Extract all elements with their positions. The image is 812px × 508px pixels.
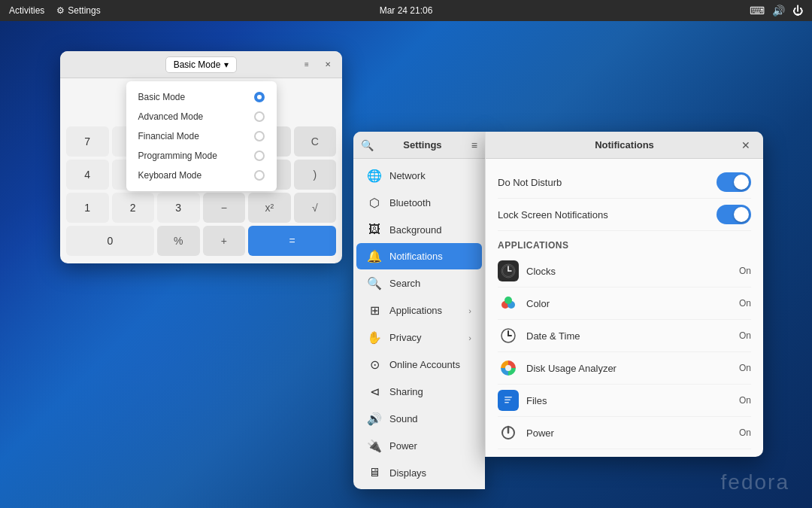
radio-keyboard — [254, 170, 265, 181]
notifications-close-button[interactable]: ✕ — [738, 137, 754, 154]
power-icon[interactable]: ⏻ — [792, 5, 803, 17]
sidebar-item-online-accounts[interactable]: ⊙ Online Accounts — [356, 351, 482, 378]
sidebar-item-search[interactable]: 🔍 Search — [356, 270, 482, 297]
power-label: Power — [526, 427, 739, 439]
online-accounts-icon: ⊙ — [367, 357, 382, 372]
mode-keyboard[interactable]: Keyboard Mode — [126, 166, 277, 185]
power-status: On — [739, 427, 751, 438]
notifications-icon: 🔔 — [367, 249, 382, 263]
background-icon: 🖼 — [367, 223, 382, 236]
search-icon[interactable]: 🔍 — [361, 139, 374, 151]
mode-financial[interactable]: Financial Mode — [126, 126, 277, 146]
color-icon — [498, 293, 519, 314]
lock-screen-notif-row: Lock Screen Notifications — [498, 199, 751, 231]
applications-icon: ⊞ — [367, 303, 382, 318]
calc-window-controls: ≡ ✕ — [298, 56, 336, 73]
files-status: On — [739, 395, 751, 406]
sound-icon: 🔊 — [367, 412, 382, 426]
sidebar-item-privacy[interactable]: ✋ Privacy › — [356, 324, 482, 351]
topbar-datetime: Mar 24 21:06 — [380, 5, 433, 16]
gear-icon: ⚙ — [56, 5, 65, 16]
volume-icon[interactable]: 🔊 — [772, 5, 785, 17]
radio-programming — [254, 151, 265, 161]
notifications-title: Notifications — [511, 139, 738, 151]
keyboard-icon[interactable]: ⌨ — [750, 5, 765, 17]
calc-mode-button[interactable]: Basic Mode ▾ — [165, 56, 238, 73]
network-icon: 🌐 — [367, 169, 382, 183]
btn-0[interactable]: 0 — [66, 226, 154, 256]
disk-status: On — [739, 363, 751, 373]
displays-icon: 🖥 — [367, 466, 382, 479]
sidebar-item-notifications[interactable]: 🔔 Notifications — [356, 243, 482, 269]
btn-percent[interactable]: % — [157, 226, 200, 256]
btn-2[interactable]: 2 — [112, 193, 155, 223]
mode-programming[interactable]: Programming Mode — [126, 146, 277, 166]
calculator-window: Basic Mode ▾ ≡ ✕ Basic Mode Advanced Mod… — [60, 51, 342, 263]
btn-1[interactable]: 1 — [66, 193, 109, 223]
sidebar-item-displays[interactable]: 🖥 Displays — [356, 460, 482, 485]
btn-close-paren[interactable]: ) — [294, 160, 337, 190]
svg-rect-13 — [504, 400, 511, 401]
calc-mode-dropdown: Basic Mode Advanced Mode Financial Mode … — [126, 81, 277, 191]
lock-screen-notif-label: Lock Screen Notifications — [498, 209, 608, 221]
topbar-left: Activities ⚙ Settings — [9, 5, 101, 16]
files-label: Files — [526, 395, 739, 406]
chevron-right-icon2: › — [468, 333, 471, 342]
datetime-label: Date & Time — [526, 330, 739, 342]
list-item[interactable]: Date & Time On — [498, 320, 751, 352]
mode-basic[interactable]: Basic Mode — [126, 87, 277, 107]
list-item[interactable]: Clocks On — [498, 255, 751, 287]
btn-equals[interactable]: = — [248, 226, 336, 256]
mode-advanced[interactable]: Advanced Mode — [126, 107, 277, 126]
power-app-icon — [498, 422, 519, 443]
datetime-status: On — [739, 330, 751, 341]
lock-screen-notif-toggle[interactable] — [717, 205, 751, 224]
calc-menu-button[interactable]: ≡ — [298, 56, 315, 73]
list-item[interactable]: Disk Usage Analyzer On — [498, 352, 751, 385]
bluetooth-icon: ⬡ — [367, 196, 382, 210]
list-item[interactable]: Files On — [498, 385, 751, 417]
calc-close-button[interactable]: ✕ — [320, 56, 336, 73]
settings-title: Settings — [380, 139, 465, 151]
btn-square[interactable]: x² — [248, 193, 291, 223]
btn-3[interactable]: 3 — [157, 193, 200, 223]
applications-section-title: Applications — [498, 240, 751, 251]
sidebar-item-applications[interactable]: ⊞ Applications › — [356, 297, 482, 324]
svg-rect-14 — [504, 402, 509, 403]
disk-icon — [498, 357, 519, 379]
settings-titlebar: 🔍 Settings ≡ — [353, 132, 485, 159]
sidebar-item-network[interactable]: 🌐 Network — [356, 163, 482, 189]
radio-financial — [254, 131, 265, 141]
files-icon — [498, 390, 519, 411]
topbar-right: ⌨ 🔊 ⏻ — [750, 5, 803, 17]
btn-subtract[interactable]: − — [203, 193, 246, 223]
notifications-body: Do Not Disturb Lock Screen Notifications… — [486, 159, 763, 457]
settings-label[interactable]: ⚙ Settings — [56, 5, 100, 16]
btn-clear[interactable]: C — [294, 126, 337, 157]
sidebar-item-background[interactable]: 🖼 Background — [356, 217, 482, 242]
svg-rect-12 — [504, 397, 512, 398]
sidebar-item-sound[interactable]: 🔊 Sound — [356, 406, 482, 432]
clocks-label: Clocks — [526, 266, 739, 277]
notifications-titlebar: Notifications ✕ — [486, 132, 763, 159]
do-not-disturb-row: Do Not Disturb — [498, 166, 751, 199]
activities-button[interactable]: Activities — [9, 5, 44, 16]
notifications-panel: Notifications ✕ Do Not Disturb Lock Scre… — [485, 132, 763, 457]
settings-menu-icon[interactable]: ≡ — [471, 139, 477, 151]
clocks-status: On — [739, 266, 751, 276]
sidebar-item-sharing[interactable]: ⊲ Sharing — [356, 379, 482, 405]
btn-4[interactable]: 4 — [66, 160, 109, 190]
btn-add[interactable]: + — [203, 226, 246, 256]
settings-window: 🔍 Settings ≡ 🌐 Network ⬡ Bluetooth 🖼 Bac… — [353, 132, 485, 489]
list-item[interactable]: Power On — [498, 417, 751, 449]
btn-sqrt[interactable]: √ — [294, 193, 337, 223]
radio-basic — [254, 92, 265, 102]
chevron-down-icon: ▾ — [224, 59, 229, 70]
sidebar-item-power[interactable]: 🔌 Power — [356, 433, 482, 459]
sharing-icon: ⊲ — [367, 385, 382, 399]
do-not-disturb-toggle[interactable] — [717, 172, 751, 192]
search-nav-icon: 🔍 — [367, 276, 382, 291]
sidebar-item-bluetooth[interactable]: ⬡ Bluetooth — [356, 190, 482, 216]
list-item[interactable]: Color On — [498, 287, 751, 320]
btn-7[interactable]: 7 — [66, 126, 109, 157]
